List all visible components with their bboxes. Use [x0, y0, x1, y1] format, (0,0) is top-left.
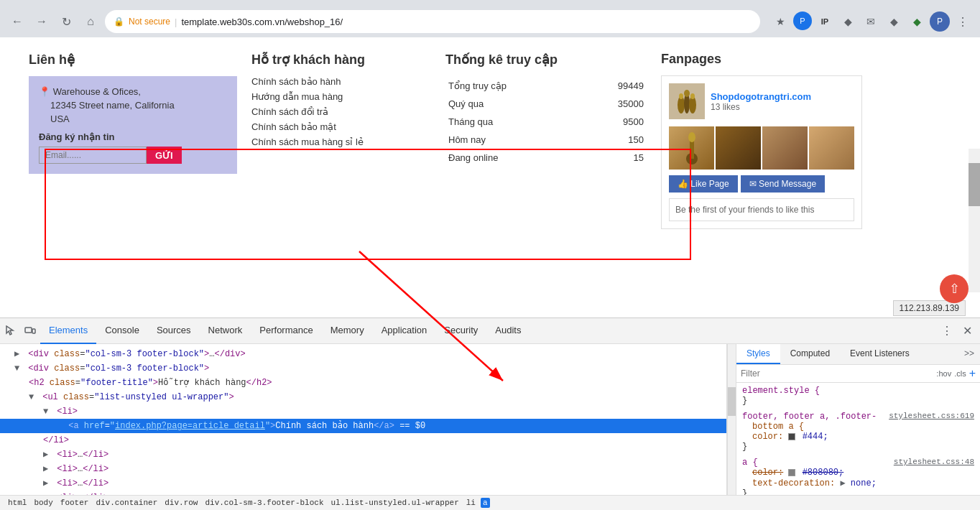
tab-console[interactable]: Console: [96, 318, 148, 344]
breadcrumb-body[interactable]: body: [32, 498, 55, 508]
css-property-a-color: color: #808080;: [742, 468, 974, 478]
styles-filter-input[interactable]: [741, 368, 933, 379]
stats-label-1: Quý qua: [447, 96, 581, 112]
stats-value-0: 99449: [582, 78, 645, 94]
devtools-html-scrollbar[interactable]: [727, 344, 736, 495]
tab-application[interactable]: Application: [373, 318, 436, 344]
home-button[interactable]: ⌂: [80, 11, 101, 32]
html-line-1[interactable]: ▼ <div class="col-sm-3 footer-block">: [0, 361, 726, 376]
tab-audits[interactable]: Audits: [486, 318, 530, 344]
css-rule-footer: footer, footer a, .footer- stylesheet.cs…: [742, 412, 974, 452]
forward-button[interactable]: →: [32, 11, 52, 32]
html-line-0[interactable]: ▶ <div class="col-sm-3 footer-block">…</…: [0, 347, 726, 361]
subscribe-title: Đăng ký nhận tin: [39, 131, 227, 142]
tab-computed[interactable]: Computed: [780, 344, 840, 364]
device-toolbar-button[interactable]: [20, 318, 40, 344]
html-line-7[interactable]: ▶ <li>…</li>: [0, 448, 726, 462]
more-menu-button[interactable]: ⋮: [953, 11, 973, 32]
filter-hov[interactable]: :hov: [936, 369, 951, 378]
support-link-1[interactable]: Hướng dẫn mua hàng: [251, 91, 431, 102]
expand-icon[interactable]: ▼: [29, 391, 37, 404]
expand-icon[interactable]: ▼: [14, 362, 23, 375]
page-scrollbar[interactable]: [969, 149, 980, 292]
html-panel: ▶ <div class="col-sm-3 footer-block">…</…: [0, 344, 727, 495]
css-closing-0: }: [742, 396, 974, 406]
stats-label-3: Hôm nay: [447, 131, 581, 148]
tab-event-listeners[interactable]: Event Listeners: [840, 344, 920, 364]
profile-icon[interactable]: P: [930, 11, 950, 32]
support-section: Hỗ trợ khách hàng Chính sách bảo hành Hư…: [251, 52, 431, 303]
breadcrumb-footer[interactable]: footer: [58, 498, 91, 508]
product-img-svg: [681, 130, 703, 166]
fanpage-likes: 13 likes: [711, 102, 811, 112]
support-link-2[interactable]: Chính sách đổi trả: [251, 106, 431, 117]
css-source-2[interactable]: stylesheet.css:48: [894, 458, 974, 466]
breadcrumb-footer-block[interactable]: div.col-sm-3.footer-block: [203, 498, 325, 508]
email-input[interactable]: [39, 147, 147, 164]
html-tag: <div: [28, 363, 54, 374]
breadcrumb-container[interactable]: div.container: [93, 498, 160, 508]
fanpage-img-1: [669, 126, 714, 170]
proxtell-icon[interactable]: P: [793, 11, 812, 30]
expand-icon[interactable]: ▶: [43, 477, 52, 490]
svg-rect-11: [32, 329, 35, 333]
html-line-8[interactable]: ▶ <li>…</li>: [0, 462, 726, 476]
scrollbar-thumb[interactable]: [969, 163, 980, 206]
back-button[interactable]: ←: [7, 11, 27, 32]
tab-performance[interactable]: Performance: [251, 318, 321, 344]
filter-add-rule[interactable]: +: [969, 367, 976, 380]
tab-security[interactable]: Security: [435, 318, 486, 344]
fanpage-img-2: [716, 126, 761, 170]
css-property-color: color: #444;: [742, 432, 974, 442]
fanpage-name: Shopdogotrangtri.com: [711, 91, 811, 102]
expand-icon[interactable]: ▼: [43, 405, 52, 418]
address-bar[interactable]: 🔒 Not secure | template.web30s.com.vn/we…: [105, 10, 760, 33]
support-link-4[interactable]: Chính sách mua hàng sỉ lẻ: [251, 136, 431, 147]
stats-value-2: 9500: [582, 113, 645, 130]
breadcrumb-html[interactable]: html: [6, 498, 29, 508]
tab-sources[interactable]: Sources: [148, 318, 200, 344]
reload-button[interactable]: ↻: [56, 11, 76, 32]
expand-icon[interactable]: ▶: [43, 463, 52, 476]
html-line-4[interactable]: ▼ <li>: [0, 404, 726, 419]
html-line-3[interactable]: ▼ <ul class="list-unstyled ul-wrapper">: [0, 390, 726, 404]
scroll-up-button[interactable]: ⇧: [940, 274, 969, 303]
html-tag: <h2: [29, 378, 50, 388]
gui-button[interactable]: GỬI: [147, 147, 182, 164]
extension2-icon[interactable]: ✉: [861, 11, 881, 32]
devtools-close-button[interactable]: ✕: [957, 321, 977, 341]
html-line-9[interactable]: ▶ <li>…</li>: [0, 476, 726, 491]
address-line3: USA: [39, 113, 227, 124]
color-swatch-808080: [788, 469, 795, 476]
html-line-2[interactable]: <h2 class="footer-title">Hỗ trợ khách hà…: [0, 376, 726, 390]
extension4-icon[interactable]: ◆: [907, 11, 927, 32]
styles-more-button[interactable]: >>: [958, 344, 980, 364]
html-line-5[interactable]: <a href="index.php?page=article_detail">…: [0, 419, 726, 433]
css-source-1[interactable]: stylesheet.css:619: [889, 412, 974, 420]
tab-network[interactable]: Network: [200, 318, 251, 344]
stats-label-2: Tháng qua: [447, 113, 581, 130]
html-tag: <li>: [57, 450, 78, 460]
breadcrumb-row[interactable]: div.row: [162, 498, 200, 508]
tab-styles[interactable]: Styles: [736, 344, 780, 364]
bookmark-icon[interactable]: ★: [770, 11, 790, 32]
html-tag: <li>: [57, 407, 78, 417]
breadcrumb-a[interactable]: a: [481, 498, 490, 508]
extension1-icon[interactable]: ◆: [838, 11, 858, 32]
inspect-element-button[interactable]: [0, 318, 20, 344]
support-link-3[interactable]: Chính sách bảo mật: [251, 121, 431, 132]
html-line-6[interactable]: </li>: [0, 433, 726, 448]
breadcrumb-li[interactable]: li: [464, 498, 478, 508]
extension3-icon[interactable]: ◆: [884, 11, 904, 32]
devtools-more-button[interactable]: ⋮: [937, 323, 957, 339]
expand-icon[interactable]: ▶: [14, 348, 23, 361]
send-message-button[interactable]: ✉ Send Message: [741, 175, 825, 193]
filter-cls[interactable]: .cls: [954, 369, 966, 378]
tab-memory[interactable]: Memory: [322, 318, 373, 344]
expand-icon[interactable]: ▶: [43, 448, 52, 461]
ip-icon[interactable]: IP: [815, 11, 835, 32]
tab-elements[interactable]: Elements: [40, 318, 96, 344]
support-link-0[interactable]: Chính sách bảo hành: [251, 76, 431, 87]
like-page-button[interactable]: 👍 Like Page: [669, 175, 738, 193]
breadcrumb-ul[interactable]: ul.list-unstyled.ul-wrapper: [329, 498, 461, 508]
